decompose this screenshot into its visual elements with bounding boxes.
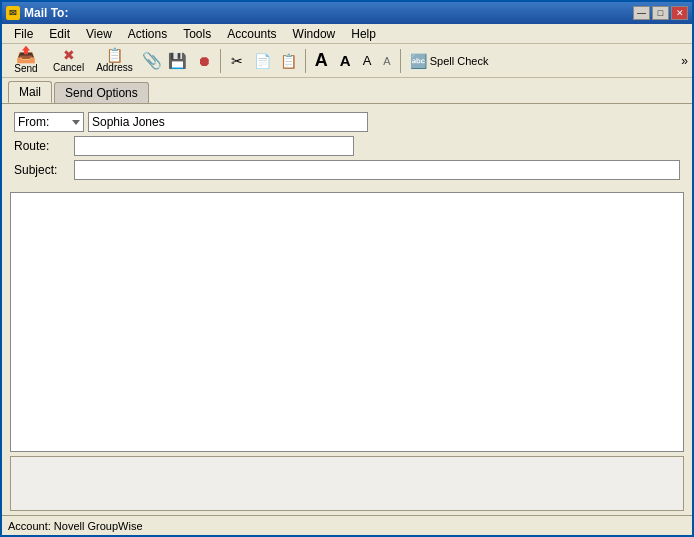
menu-view[interactable]: View — [78, 25, 120, 43]
tabs-bar: Mail Send Options — [2, 78, 692, 103]
overflow-icon: » — [681, 54, 688, 68]
route-label: Route: — [14, 139, 74, 153]
record-icon: ⏺ — [197, 53, 211, 69]
app-icon: ✉ — [6, 6, 20, 20]
tab-mail[interactable]: Mail — [8, 81, 52, 103]
account-status: Account: Novell GroupWise — [8, 520, 143, 532]
spell-check-button[interactable]: 🔤 Spell Check — [405, 47, 494, 75]
paste-icon: 📋 — [280, 53, 297, 69]
address-label: Address — [96, 63, 133, 73]
menu-actions[interactable]: Actions — [120, 25, 175, 43]
toolbar-separator-1 — [220, 49, 221, 73]
menu-window[interactable]: Window — [285, 25, 344, 43]
attachment-area — [10, 456, 684, 511]
menu-bar: File Edit View Actions Tools Accounts Wi… — [2, 24, 692, 44]
tab-send-options[interactable]: Send Options — [54, 82, 149, 103]
window-title: Mail To: — [24, 6, 68, 20]
send-label: Send — [14, 64, 37, 74]
menu-file[interactable]: File — [6, 25, 41, 43]
route-row: Route: — [14, 136, 680, 156]
toolbar-overflow-button[interactable]: » — [681, 54, 688, 68]
menu-edit[interactable]: Edit — [41, 25, 78, 43]
status-bar: Account: Novell GroupWise — [2, 515, 692, 535]
from-dropdown[interactable]: From: — [14, 112, 84, 132]
cancel-label: Cancel — [53, 63, 84, 73]
paste-button[interactable]: 📋 — [277, 47, 301, 75]
close-button[interactable]: ✕ — [671, 6, 688, 20]
subject-row: Subject: — [14, 160, 680, 180]
font-size-xsmall-button[interactable]: A — [378, 47, 395, 75]
subject-label: Subject: — [14, 163, 74, 177]
menu-accounts[interactable]: Accounts — [219, 25, 284, 43]
send-icon: 📤 — [16, 47, 36, 63]
cancel-button[interactable]: ✖ Cancel — [48, 47, 89, 75]
toolbar: 📤 Send ✖ Cancel 📋 Address 📎 💾 ⏺ ✂ 📄 📋 — [2, 44, 692, 78]
toolbar-separator-3 — [400, 49, 401, 73]
address-icon: 📋 — [106, 48, 123, 62]
menu-help[interactable]: Help — [343, 25, 384, 43]
subject-input[interactable] — [74, 160, 680, 180]
cut-icon: ✂ — [231, 53, 243, 69]
copy-button[interactable]: 📄 — [251, 47, 275, 75]
cut-button[interactable]: ✂ — [225, 47, 249, 75]
font-size-large-button[interactable]: A — [310, 47, 333, 75]
font-large-icon: A — [315, 50, 328, 71]
title-text: ✉ Mail To: — [6, 6, 68, 20]
font-size-small-button[interactable]: A — [358, 47, 377, 75]
address-button[interactable]: 📋 Address — [91, 47, 138, 75]
title-bar: ✉ Mail To: — □ ✕ — [2, 2, 692, 24]
cancel-icon: ✖ — [63, 48, 75, 62]
font-small-icon: A — [363, 53, 372, 68]
attach-icon: 📎 — [142, 51, 162, 70]
copy-icon: 📄 — [254, 53, 271, 69]
minimize-button[interactable]: — — [633, 6, 650, 20]
route-input[interactable] — [74, 136, 354, 156]
from-input[interactable] — [88, 112, 368, 132]
spell-check-icon: 🔤 — [410, 53, 427, 69]
save-button[interactable]: 💾 — [166, 47, 190, 75]
font-medium-icon: A — [340, 52, 351, 69]
from-row: From: — [14, 112, 680, 132]
attach-button[interactable]: 📎 — [140, 47, 164, 75]
record-button[interactable]: ⏺ — [192, 47, 216, 75]
spell-check-label: Spell Check — [430, 55, 489, 67]
title-controls: — □ ✕ — [633, 6, 688, 20]
content-area: From: Route: Subject: — [2, 104, 692, 192]
send-button[interactable]: 📤 Send — [6, 47, 46, 75]
menu-tools[interactable]: Tools — [175, 25, 219, 43]
message-body[interactable] — [10, 192, 684, 452]
toolbar-separator-2 — [305, 49, 306, 73]
font-size-medium-button[interactable]: A — [335, 47, 356, 75]
maximize-button[interactable]: □ — [652, 6, 669, 20]
app-window: ✉ Mail To: — □ ✕ File Edit View Actions … — [0, 0, 694, 537]
font-xsmall-icon: A — [383, 55, 390, 67]
save-icon: 💾 — [168, 52, 187, 70]
